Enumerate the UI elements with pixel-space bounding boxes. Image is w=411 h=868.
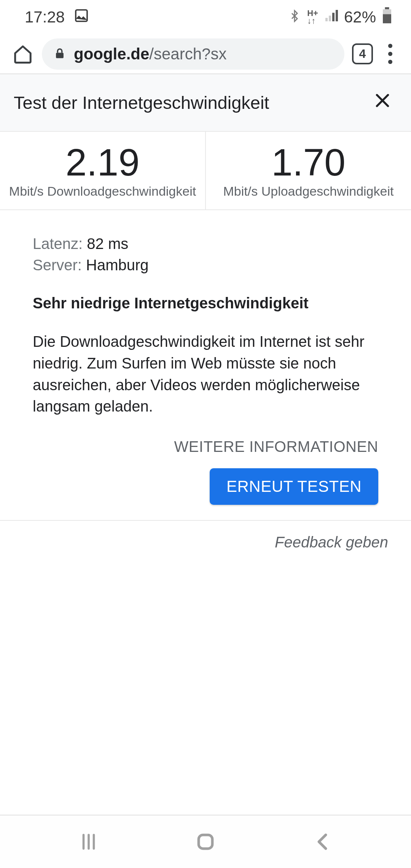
server-label: Server: (33, 257, 86, 273)
svg-rect-4 (336, 10, 338, 21)
svg-rect-7 (383, 14, 391, 23)
download-value: 2.19 (0, 142, 205, 182)
latency-line: Latenz: 82 ms (33, 233, 378, 254)
tab-count: 4 (359, 47, 366, 61)
latency-value: 82 ms (87, 235, 128, 252)
action-row: WEITERE INFORMATIONEN ERNEUT TESTEN (33, 438, 378, 505)
speed-results: 2.19 Mbit/s Downloadgeschwindigkeit 1.70… (0, 132, 411, 210)
browser-bar: google.de/search?sx 4 (0, 34, 411, 74)
assessment-body: Die Downloadgeschwindigkeit im Internet … (33, 331, 378, 417)
recent-apps-icon[interactable] (78, 831, 99, 852)
upload-cell: 1.70 Mbit/s Uploadgeschwindigkeit (206, 132, 411, 209)
svg-rect-9 (199, 835, 212, 849)
url-text: google.de/search?sx (74, 45, 226, 63)
lock-icon (53, 47, 66, 61)
image-icon (74, 8, 89, 27)
download-label: Mbit/s Downloadgeschwindigkeit (0, 184, 205, 199)
upload-value: 1.70 (206, 142, 411, 182)
server-line: Server: Hamburg (33, 254, 378, 276)
svg-rect-2 (329, 16, 331, 21)
more-info-link[interactable]: WEITERE INFORMATIONEN (174, 438, 378, 455)
info-section: Latenz: 82 ms Server: Hamburg Sehr niedr… (0, 210, 411, 520)
home-icon[interactable] (11, 43, 34, 65)
download-cell: 2.19 Mbit/s Downloadgeschwindigkeit (0, 132, 206, 209)
feedback-link[interactable]: Feedback geben (275, 534, 388, 550)
retest-button[interactable]: ERNEUT TESTEN (210, 468, 378, 505)
status-time: 17:28 (25, 8, 65, 26)
upload-label: Mbit/s Uploadgeschwindigkeit (206, 184, 411, 199)
server-value: Hamburg (86, 257, 149, 273)
url-bar[interactable]: google.de/search?sx (42, 38, 344, 70)
signal-icon (324, 9, 338, 26)
android-nav-bar (0, 815, 411, 868)
feedback-row: Feedback geben (0, 520, 411, 564)
svg-rect-1 (325, 18, 328, 21)
assessment-title: Sehr niedrige Internetgeschwindigkeit (33, 295, 378, 312)
latency-label: Latenz: (33, 235, 87, 252)
svg-rect-5 (385, 7, 389, 10)
svg-rect-3 (332, 13, 335, 21)
svg-rect-8 (56, 53, 64, 58)
tab-switcher[interactable]: 4 (352, 43, 373, 64)
card-title: Test der Internetgeschwindigkeit (14, 92, 269, 113)
close-icon[interactable] (369, 86, 396, 119)
back-icon[interactable] (312, 831, 333, 852)
bluetooth-icon (288, 9, 301, 26)
home-nav-icon[interactable] (195, 831, 216, 852)
data-icon: H+↓↑ (307, 10, 318, 25)
url-domain: google.de (74, 45, 149, 63)
status-bar: 17:28 H+↓↑ 62% (0, 0, 411, 34)
battery-percent: 62% (344, 8, 376, 26)
battery-icon (382, 7, 392, 27)
card-header: Test der Internetgeschwindigkeit (0, 74, 411, 132)
url-path: /search?sx (149, 45, 226, 63)
more-menu-icon[interactable] (381, 44, 400, 64)
